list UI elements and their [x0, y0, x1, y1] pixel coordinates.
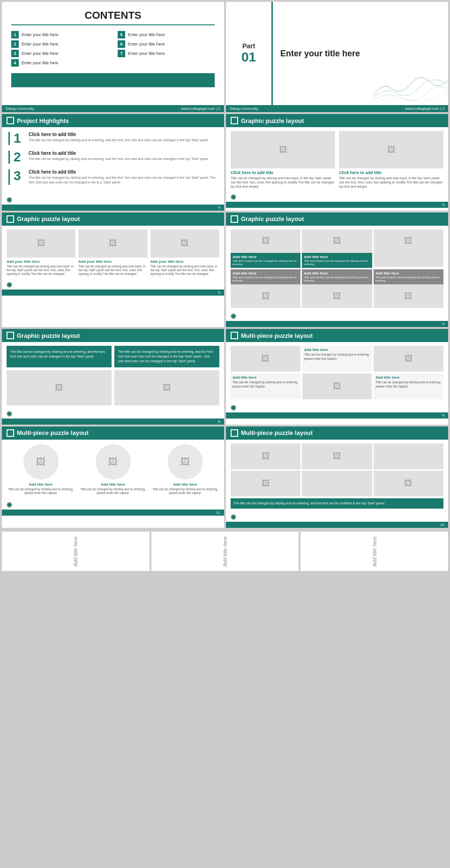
header-icon — [231, 429, 238, 437]
card-title[interactable]: Click here to add title — [339, 170, 443, 175]
image-icon: 🖼 — [333, 291, 341, 301]
image-placeholder[interactable]: 🖼 — [78, 229, 147, 258]
puzzle-6-body: 🖼 Add title here Title and content can b… — [226, 226, 448, 312]
footer-right: www.collegeppt.com | 2 — [181, 107, 220, 111]
part-number: 01 — [241, 50, 256, 65]
card-title[interactable]: Add title here — [29, 482, 52, 487]
overlay-title[interactable]: Add title here — [232, 271, 299, 275]
multi-cell-6: Add title here Title can be changed by c… — [374, 373, 443, 399]
header-icon — [231, 215, 238, 223]
bottom-cards-row: Add title here Add title here Add title … — [0, 530, 450, 573]
multi-10-body: 🖼 🖼 🖼 🖼 The title can be changed by clic… — [226, 440, 448, 512]
highlight-title[interactable]: Click here to add title — [29, 169, 218, 175]
card-desc: Title can be changed by clicking and re-… — [79, 487, 147, 495]
image-placeholder[interactable]: 🖼 — [374, 346, 443, 372]
puzzle-2col-grid: 🖼 Click here to add title Title can be c… — [231, 131, 443, 189]
circle-card-1: 🖼 Add title here Title can be changed by… — [7, 444, 75, 495]
image-icon: 🖼 — [55, 383, 63, 393]
puzzle-card-3: 🖼 Add your title here Title can be chang… — [150, 229, 219, 276]
image-placeholder[interactable]: 🖼 — [7, 229, 75, 258]
overlay-title[interactable]: Add title here — [375, 271, 442, 275]
bottom-text: The title can be changed by clicking and… — [233, 502, 385, 505]
add-title-card-3[interactable]: Add title here — [300, 532, 448, 571]
image-placeholder[interactable]: 🖼 — [302, 284, 372, 308]
card-title[interactable]: Click here to add title — [231, 170, 335, 175]
slide-multi-10: Multi-piece puzzle layout 🖼 🖼 🖼 🖼 — [226, 426, 448, 528]
cell-title[interactable]: Add title here — [304, 348, 370, 352]
overlay-teal: Add title here Title and content can be … — [302, 253, 372, 268]
circle-img-2[interactable]: 🖼 — [96, 444, 131, 480]
highlight-title[interactable]: Click here to add title — [29, 151, 208, 156]
slide-part: Part 01 Enter your title here Daegu Univ… — [226, 2, 448, 112]
slide-header: Graphic puzzle layout — [2, 213, 224, 226]
image-placeholder[interactable]: 🖼 — [339, 131, 443, 168]
header-icon — [231, 332, 238, 339]
image-placeholder[interactable]: 🖼 — [302, 373, 372, 399]
top-text-1: The title can be changed by clicking and… — [10, 350, 105, 358]
part-body: Part 01 Enter your title here — [226, 2, 448, 105]
cell-title[interactable]: Add title here — [232, 375, 299, 380]
image-placeholder[interactable]: 🖼 — [231, 284, 300, 308]
header-title: Graphic puzzle layout — [17, 332, 80, 339]
bottom-text-box[interactable]: The title can be changed by clicking and… — [231, 498, 443, 509]
overlay-title[interactable]: Add title here — [304, 271, 370, 275]
highlight-item-2: 2 Click here to add title The title can … — [8, 151, 218, 164]
image-placeholder[interactable]: 🖼 — [150, 229, 219, 258]
image-placeholder[interactable]: 🖼 — [374, 284, 443, 308]
image-placeholder[interactable]: 🖼 — [231, 471, 300, 496]
slide-footer: 10 — [226, 522, 448, 528]
circle-img-3[interactable]: 🖼 — [168, 444, 203, 480]
card-desc: Title can be changed by clicking and re-… — [151, 487, 219, 495]
header-title: Project Highlights — [17, 117, 69, 124]
image-placeholder[interactable]: 🖼 — [302, 229, 372, 253]
add-title-card-1[interactable]: Add title here — [2, 532, 150, 571]
puzzle-card-1: 🖼 Click here to add title Title can be c… — [231, 131, 335, 189]
image-placeholder[interactable]: 🖼 — [374, 471, 443, 496]
highlight-num: 2 — [14, 151, 24, 164]
highlight-num: 3 — [14, 169, 24, 183]
multi-cell-4: Add title here Title can be changed by c… — [231, 373, 300, 399]
card-title[interactable]: Add title here — [101, 482, 125, 487]
highlight-title[interactable]: Click here to add title — [29, 132, 208, 137]
cell-title[interactable]: Add title here — [375, 375, 442, 380]
image-placeholder[interactable]: 🖼 — [231, 229, 300, 253]
card-title[interactable]: Add your title here — [150, 259, 219, 264]
image-placeholder[interactable]: 🖼 — [374, 229, 443, 253]
image-placeholder[interactable]: 🖼 — [302, 443, 372, 469]
image-icon: 🖼 — [261, 354, 270, 364]
slide-header: Graphic puzzle layout — [2, 329, 224, 342]
card-title[interactable]: Add title here — [173, 482, 197, 487]
slide-footer: 4 — [2, 205, 224, 211]
wave-decoration — [373, 72, 448, 105]
image-placeholder[interactable]: 🖼 — [231, 346, 300, 372]
footer-right: www.collegeppt.com | 3 — [405, 107, 444, 111]
cell-desc: Title can be changed by clicking and re-… — [304, 353, 370, 361]
image-placeholder[interactable]: 🖼 — [231, 131, 335, 168]
image-placeholder-1[interactable]: 🖼 — [7, 370, 112, 405]
overlay-title[interactable]: Add title here — [304, 255, 370, 259]
top-text-box-1[interactable]: The title can be changed by clicking and… — [7, 346, 112, 367]
header-title: Graphic puzzle layout — [17, 215, 80, 222]
image-placeholder[interactable]: 🖼 — [231, 443, 300, 469]
page-num: 9 — [442, 413, 444, 418]
part-title[interactable]: Enter your title here — [280, 49, 441, 59]
header-icon — [231, 117, 238, 124]
card-title[interactable]: Add your title here — [78, 259, 147, 264]
circle-card-2: 🖼 Add title here Title can be changed by… — [79, 444, 147, 495]
image-icon: 🖼 — [180, 238, 189, 248]
circle-img-1[interactable]: 🖼 — [23, 444, 59, 480]
top-text-box-2[interactable]: The title can be changed by clicking and… — [114, 346, 219, 367]
card-title[interactable]: Add your title here — [7, 259, 75, 264]
overlay-title[interactable]: Add title here — [232, 255, 299, 259]
header-icon — [7, 117, 14, 124]
puzzle-body: 🖼 Click here to add title Title can be c… — [226, 127, 448, 192]
add-title-card-2[interactable]: Add title here — [151, 532, 299, 571]
contents-left-col: 1 Enter your title here 2 Enter your tit… — [11, 31, 108, 69]
image-placeholder-2[interactable]: 🖼 — [114, 370, 219, 405]
header-title: Multi-piece puzzle layout — [241, 429, 313, 436]
footer-icon — [231, 514, 236, 520]
image-icon: 🖼 — [37, 238, 45, 248]
puzzle-card-1: 🖼 Add your title here Title can be chang… — [7, 229, 75, 276]
cell-desc: Title can be changed by clicking and re-… — [375, 381, 442, 388]
slide-grid: CONTENTS 1 Enter your title here 2 Enter… — [0, 0, 450, 530]
